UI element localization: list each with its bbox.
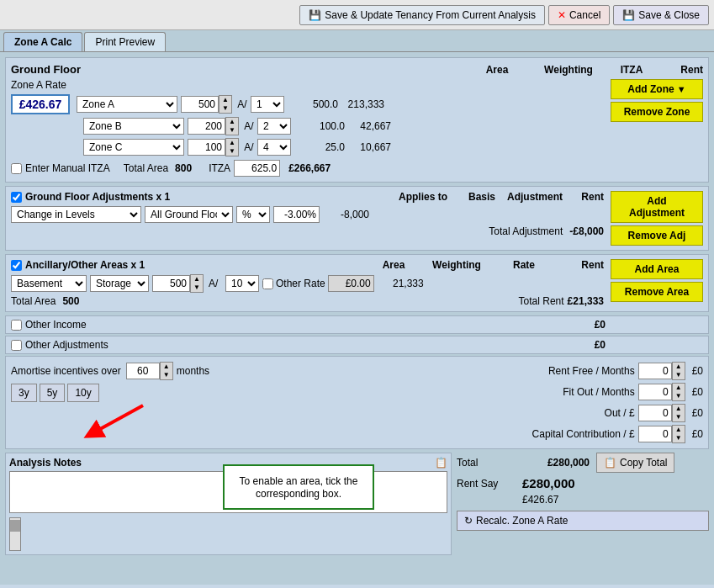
adjustment-buttons: Add Adjustment Remove Adj: [611, 191, 703, 246]
adjustment-value-input[interactable]: [273, 206, 320, 223]
amortise-dn[interactable]: ▼: [161, 371, 172, 379]
ancillary-use-type-select[interactable]: Storage: [90, 275, 149, 292]
adjustment-header: Adjustment: [507, 191, 558, 203]
ancillary-area-input[interactable]: [152, 275, 190, 292]
save-close-icon: 💾: [622, 9, 635, 21]
zone-a-area-up[interactable]: ▲: [219, 96, 231, 104]
tab-print-preview[interactable]: Print Preview: [84, 32, 166, 51]
zone-a-rent: 213,333: [338, 98, 384, 110]
copy-icon: 📋: [604, 457, 616, 469]
other-income-value: £0: [595, 319, 606, 331]
add-area-button[interactable]: Add Area: [611, 259, 703, 279]
fit-pound-currency: £0: [692, 407, 703, 419]
remove-zone-button[interactable]: Remove Zone: [611, 102, 703, 122]
rent-free-dn[interactable]: ▼: [673, 371, 685, 379]
tab-bar: Zone A Calc Print Preview: [0, 30, 714, 52]
other-rate-label: Other Rate: [276, 278, 325, 289]
other-adjustments-checkbox[interactable]: [11, 340, 22, 351]
notes-export-icon[interactable]: 📋: [435, 457, 447, 469]
other-rate-checkbox[interactable]: [262, 278, 273, 289]
rent-free-input[interactable]: [638, 363, 672, 379]
total-label: Total: [457, 457, 516, 469]
fit-pound-up[interactable]: ▲: [673, 405, 685, 413]
zone-b-row: Zone B ▲▼ A/ 214 100.0 42,667: [11, 117, 604, 135]
red-arrow-indicator: [76, 401, 151, 446]
add-adjustment-button[interactable]: Add Adjustment: [611, 191, 703, 223]
zone-c-rent: 10,667: [345, 141, 391, 153]
adjustments-checkbox[interactable]: [11, 192, 22, 203]
basis-select[interactable]: % £: [236, 206, 270, 223]
capital-dn[interactable]: ▼: [673, 434, 685, 442]
save-update-button[interactable]: 💾 Save & Update Tenancy From Current Ana…: [299, 5, 545, 25]
rent-free-up[interactable]: ▲: [673, 363, 685, 371]
zone-b-type-select[interactable]: Zone B: [83, 118, 184, 135]
zone-c-area-dn[interactable]: ▼: [226, 147, 238, 156]
ancillary-area-type-select[interactable]: Basement: [11, 275, 87, 292]
zone-c-area-up[interactable]: ▲: [226, 139, 238, 147]
tab-zone-a-calc[interactable]: Zone A Calc: [3, 32, 82, 51]
applies-to-select[interactable]: All Ground Floor: [145, 206, 233, 223]
zone-a-area-input[interactable]: [181, 96, 219, 113]
zone-b-rent: 42,667: [345, 120, 391, 132]
fit-pound-dn[interactable]: ▼: [673, 413, 685, 421]
cancel-button[interactable]: ✕ Cancel: [548, 5, 610, 25]
ancillary-weight-select[interactable]: 10: [225, 275, 259, 292]
zone-a-prefix: A/: [234, 98, 251, 110]
ancillary-checkbox[interactable]: [11, 260, 22, 271]
zone-b-itza: 100.0: [294, 120, 345, 132]
zone-c-area-input[interactable]: [188, 139, 225, 156]
notes-scrollbar[interactable]: [9, 517, 21, 551]
totals-panel: Total £280,000 📋 Copy Total Rent Say £28…: [457, 453, 709, 531]
recalc-button[interactable]: ↻ Recalc. Zone A Rate: [457, 511, 709, 531]
remove-area-button[interactable]: Remove Area: [611, 282, 703, 302]
anc-area-up[interactable]: ▲: [191, 275, 203, 283]
itza-input[interactable]: [234, 160, 280, 177]
anc-total-area-value: 500: [62, 295, 79, 307]
anc-area-dn[interactable]: ▼: [191, 283, 203, 292]
zone-c-type-select[interactable]: Zone C: [83, 139, 184, 156]
total-adjustment-label: Total Adjustment: [489, 225, 569, 237]
amortise-months-input[interactable]: [126, 363, 160, 379]
zone-b-area-input[interactable]: [188, 118, 225, 135]
ground-floor-section: Ground Floor Area Weighting ITZA Rent Zo…: [5, 57, 709, 183]
remove-adj-button[interactable]: Remove Adj: [611, 225, 703, 246]
save-close-button[interactable]: 💾 Save & Close: [613, 5, 709, 25]
adj-rent-header: Rent: [558, 191, 604, 203]
fit-out-months-label: Fit Out / Months: [517, 386, 635, 398]
rent-free-label: Rent Free / Months: [517, 365, 635, 377]
rent-say-label: Rent Say: [457, 478, 516, 490]
btn-3y[interactable]: 3y: [11, 384, 37, 402]
zone-b-prefix: A/: [241, 120, 257, 132]
zone-a-weight-select[interactable]: 124: [251, 96, 284, 113]
top-toolbar: 💾 Save & Update Tenancy From Current Ana…: [0, 0, 714, 30]
capital-up[interactable]: ▲: [673, 426, 685, 434]
zone-b-weight-select[interactable]: 214: [257, 118, 291, 135]
other-rate-input[interactable]: [328, 275, 374, 292]
anc-total-area-label: Total Area: [11, 295, 56, 307]
other-income-checkbox[interactable]: [11, 320, 22, 331]
zone-c-prefix: A/: [241, 141, 257, 153]
capital-input[interactable]: [638, 426, 672, 442]
add-zone-button[interactable]: Add Zone ▼: [611, 79, 703, 99]
amortise-up[interactable]: ▲: [161, 363, 172, 371]
zone-b-area-up[interactable]: ▲: [226, 118, 238, 126]
capital-label: Capital Contribution / £: [517, 428, 635, 440]
analysis-notes-label: Analysis Notes: [9, 457, 82, 469]
zone-b-area-dn[interactable]: ▼: [226, 126, 238, 135]
rent-say-value: £280,000: [522, 476, 575, 490]
fit-out-up[interactable]: ▲: [673, 384, 685, 392]
fit-out-dn[interactable]: ▼: [673, 392, 685, 400]
manual-itza-checkbox[interactable]: [11, 163, 22, 174]
zone-a-type-select[interactable]: Zone A: [77, 96, 177, 113]
fit-out-pound-label: Out / £: [517, 407, 635, 419]
fit-out-months-input[interactable]: [638, 384, 672, 400]
zone-a-area-dn[interactable]: ▼: [219, 104, 231, 113]
btn-5y[interactable]: 5y: [40, 384, 66, 402]
copy-total-button[interactable]: 📋 Copy Total: [596, 453, 674, 473]
anc-rate-header: Rate: [490, 259, 558, 271]
fit-out-pound-input[interactable]: [638, 405, 672, 421]
zone-c-weight-select[interactable]: 412: [257, 139, 291, 156]
tooltip-box: To enable an area, tick the correspondin…: [223, 464, 374, 510]
adjustment-type-select[interactable]: Change in Levels: [11, 206, 141, 223]
btn-10y[interactable]: 10y: [67, 384, 98, 402]
